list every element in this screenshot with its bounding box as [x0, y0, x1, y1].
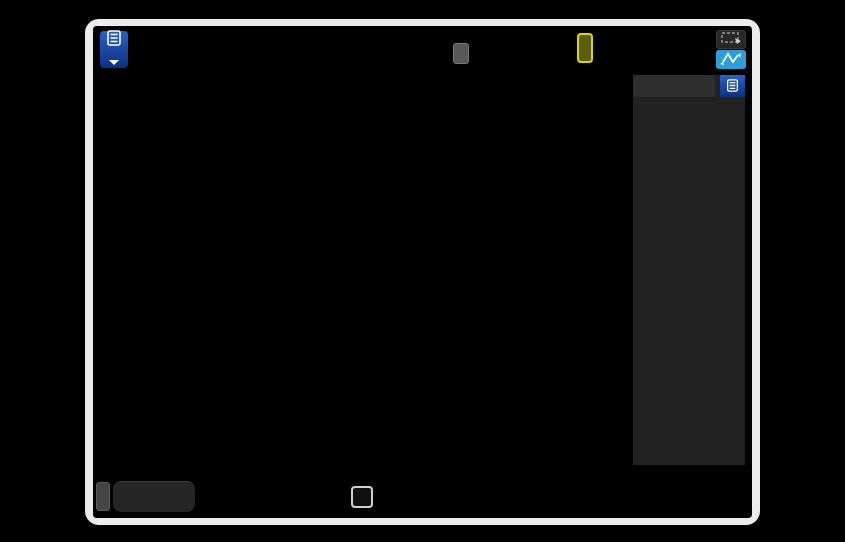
- panel-menu-icon: [726, 77, 739, 96]
- cursor-hint-message: [351, 486, 373, 508]
- cursor-mode-softkey[interactable]: [113, 481, 195, 512]
- measurements-panel: [633, 75, 745, 465]
- menu-back-button[interactable]: [96, 482, 110, 511]
- measurements-panel-header[interactable]: [633, 75, 715, 97]
- scope-screen: [93, 26, 752, 518]
- panel-menu-button[interactable]: [720, 75, 745, 97]
- oscilloscope-display: [0, 0, 845, 542]
